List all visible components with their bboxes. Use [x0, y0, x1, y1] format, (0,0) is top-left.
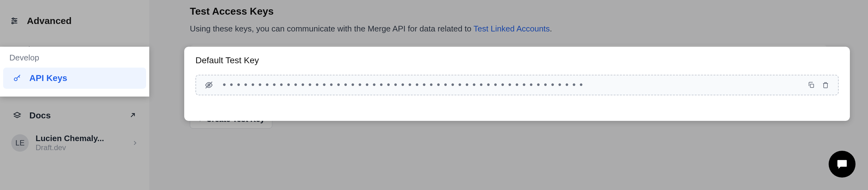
- user-block[interactable]: LE Lucien Chemaly... Draft.dev: [0, 127, 149, 158]
- test-linked-accounts-link[interactable]: Test Linked Accounts: [474, 24, 550, 33]
- user-org: Draft.dev: [36, 143, 125, 152]
- svg-line-8: [131, 114, 134, 117]
- card-title-highlight: Default Test Key: [195, 55, 839, 66]
- chevron-right-icon: [132, 140, 138, 146]
- sidebar-section-develop-highlight: Develop: [0, 47, 149, 66]
- sliders-icon: [9, 16, 19, 26]
- trash-icon[interactable]: [821, 81, 830, 89]
- eye-off-icon[interactable]: [204, 80, 214, 90]
- sidebar-advanced-label: Advanced: [27, 15, 71, 26]
- user-name: Lucien Chemaly...: [36, 134, 125, 143]
- sidebar-api-keys-label-highlight: API Keys: [29, 73, 67, 83]
- svg-point-1: [12, 18, 14, 20]
- key-icon: [12, 74, 22, 83]
- page-description: Using these keys, you can communicate wi…: [149, 17, 868, 34]
- external-link-icon: [129, 112, 137, 119]
- api-key-field-highlight[interactable]: ••••••••••••••••••••••••••••••••••••••••…: [195, 75, 839, 95]
- page-desc-suffix: .: [550, 24, 552, 33]
- sidebar-item-docs[interactable]: Docs: [3, 105, 146, 126]
- chat-support-button[interactable]: [829, 151, 856, 178]
- svg-point-12: [14, 78, 17, 81]
- sidebar-item-advanced[interactable]: Advanced: [0, 0, 149, 39]
- svg-point-5: [12, 23, 13, 24]
- avatar: LE: [11, 134, 29, 152]
- layers-icon: [12, 111, 22, 120]
- copy-icon[interactable]: [807, 81, 815, 89]
- page-desc-prefix: Using these keys, you can communicate wi…: [190, 24, 474, 33]
- sidebar-item-api-keys-highlight[interactable]: API Keys: [3, 68, 146, 89]
- svg-rect-15: [810, 84, 814, 87]
- page-title: Test Access Keys: [149, 0, 868, 17]
- svg-point-3: [15, 20, 16, 22]
- masked-key-value-highlight: ••••••••••••••••••••••••••••••••••••••••…: [222, 81, 799, 89]
- svg-marker-7: [14, 112, 21, 116]
- default-test-key-card-highlight: Default Test Key •••••••••••••••••••••••…: [184, 47, 850, 121]
- intercom-icon: [836, 158, 848, 170]
- sidebar-docs-label: Docs: [29, 111, 122, 120]
